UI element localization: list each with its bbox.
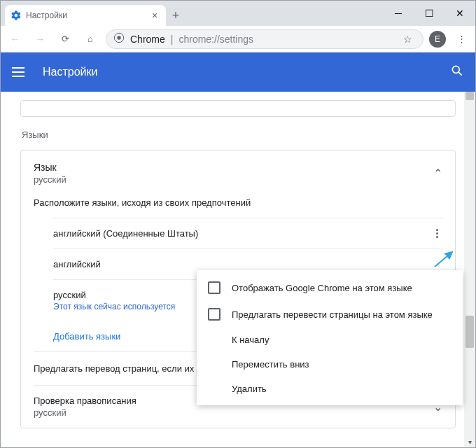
menu-label: Отображать Google Chrome на этом языке bbox=[232, 283, 412, 293]
url-label: Chrome bbox=[130, 34, 165, 45]
scrollbar-track[interactable]: ▴ ▾ bbox=[464, 92, 475, 447]
scroll-thumb[interactable] bbox=[465, 316, 474, 348]
gear-icon bbox=[10, 10, 22, 21]
checkbox-icon[interactable] bbox=[208, 308, 220, 321]
window-controls: ─ ☐ ✕ bbox=[383, 1, 475, 26]
settings-header: Настройки bbox=[1, 52, 475, 92]
language-expand-row[interactable]: Язык русский ⌃ bbox=[34, 162, 442, 185]
menu-label: Удалить bbox=[232, 384, 267, 394]
maximize-button[interactable]: ☐ bbox=[414, 1, 444, 26]
url-sep: | bbox=[171, 34, 174, 45]
browser-window: Настройки × + ─ ☐ ✕ ← → ⟳ ⌂ Chrome | chr… bbox=[0, 0, 476, 448]
checkbox-icon[interactable] bbox=[208, 281, 220, 294]
settings-content: ▴ ▾ Языки Язык русский ⌃ Расположите язы… bbox=[1, 92, 475, 447]
reload-button[interactable]: ⟳ bbox=[55, 29, 75, 49]
row-menu-button[interactable] bbox=[431, 229, 442, 238]
address-bar[interactable]: Chrome | chrome://settings ☆ bbox=[106, 29, 424, 49]
menu-delete[interactable]: Удалить bbox=[197, 377, 463, 401]
search-icon[interactable] bbox=[450, 64, 464, 81]
menu-display-chrome[interactable]: Отображать Google Chrome на этом языке bbox=[197, 274, 463, 301]
scroll-thumb[interactable] bbox=[465, 92, 474, 100]
language-name: английский (Соединенные Штаты) bbox=[53, 228, 198, 239]
browser-menu-button[interactable]: ⋮ bbox=[451, 29, 471, 49]
browser-tab[interactable]: Настройки × bbox=[5, 5, 166, 26]
close-window-button[interactable]: ✕ bbox=[444, 1, 475, 26]
section-label-languages: Языки bbox=[22, 130, 456, 140]
close-tab-icon[interactable]: × bbox=[149, 10, 160, 21]
svg-point-2 bbox=[452, 66, 459, 73]
chrome-logo-icon bbox=[113, 32, 125, 46]
language-context-menu: Отображать Google Chrome на этом языке П… bbox=[197, 270, 463, 405]
tab-title: Настройки bbox=[26, 10, 145, 20]
profile-avatar[interactable]: E bbox=[429, 31, 446, 48]
menu-label: К началу bbox=[232, 335, 269, 345]
chevron-up-icon: ⌃ bbox=[433, 167, 442, 180]
url-path: chrome://settings bbox=[178, 34, 253, 45]
settings-title: Настройки bbox=[43, 66, 436, 78]
spellcheck-title: Проверка правописания bbox=[34, 396, 136, 406]
minimize-button[interactable]: ─ bbox=[383, 1, 414, 26]
bookmark-icon[interactable]: ☆ bbox=[399, 34, 416, 45]
language-row: английский (Соединенные Штаты) bbox=[53, 218, 442, 248]
language-current: русский bbox=[34, 174, 66, 185]
menu-label: Предлагать перевести страницы на этом яз… bbox=[232, 309, 433, 320]
menu-offer-translate[interactable]: Предлагать перевести страницы на этом яз… bbox=[197, 301, 463, 328]
menu-move-down[interactable]: Переместить вниз bbox=[197, 352, 463, 377]
home-button[interactable]: ⌂ bbox=[80, 29, 100, 49]
forward-button[interactable]: → bbox=[30, 29, 50, 49]
svg-line-3 bbox=[458, 72, 462, 76]
menu-label: Переместить вниз bbox=[232, 359, 309, 370]
language-heading: Язык bbox=[34, 162, 66, 173]
svg-point-1 bbox=[117, 36, 120, 39]
previous-card-edge bbox=[20, 100, 456, 117]
spellcheck-sub: русский bbox=[34, 407, 136, 418]
scroll-down-icon[interactable]: ▾ bbox=[464, 436, 475, 447]
browser-toolbar: ← → ⟳ ⌂ Chrome | chrome://settings ☆ E ⋮ bbox=[1, 26, 475, 52]
menu-move-top[interactable]: К началу bbox=[197, 328, 463, 352]
back-button[interactable]: ← bbox=[5, 29, 24, 49]
hamburger-icon[interactable] bbox=[12, 64, 29, 80]
new-tab-button[interactable]: + bbox=[166, 5, 186, 26]
language-name: английский bbox=[53, 259, 101, 270]
titlebar: Настройки × + ─ ☐ ✕ bbox=[1, 1, 475, 26]
language-hint: Расположите языки, исходя из своих предп… bbox=[34, 197, 442, 208]
